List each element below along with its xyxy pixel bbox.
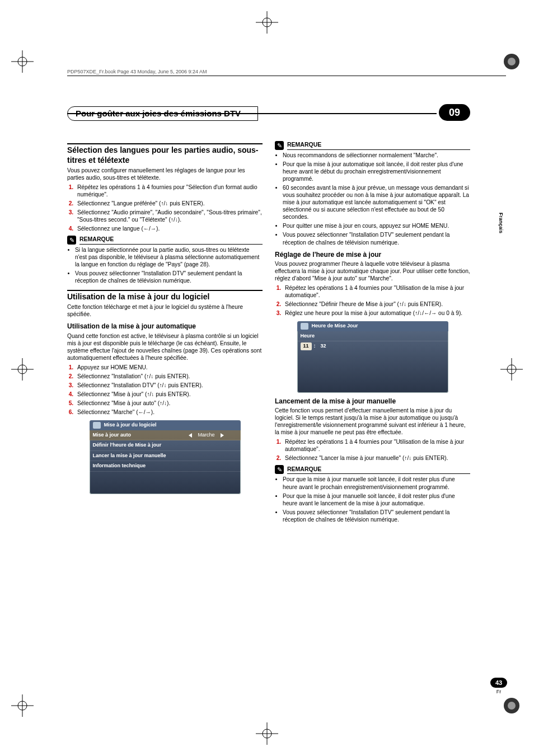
- subsection-title: Réglage de l'heure de mise à jour: [275, 251, 470, 259]
- panel-title: Mise à jour du logiciel: [90, 420, 241, 430]
- page-footer: 43 Fr: [490, 678, 507, 694]
- section-intro: Vous pouvez configurer manuellement les …: [67, 167, 263, 181]
- note-header: ✎ REMARQUE: [67, 236, 263, 245]
- subsection-title: Utilisation de la mise à jour automatiqu…: [67, 322, 263, 331]
- ui-panel-update-time: Heure de Mise Jour Heure 11 : 32: [297, 321, 448, 393]
- crop-mark-icon: [11, 694, 34, 717]
- steps-list: Répétez les opérations 1 à 4 fournies po…: [67, 184, 263, 232]
- crop-mark-icon: [11, 358, 34, 381]
- steps-list: Appuyez sur HOME MENU. Sélectionnez "Ins…: [67, 364, 263, 416]
- time-input[interactable]: 11 : 32: [297, 341, 448, 354]
- note-title: REMARQUE: [287, 466, 470, 474]
- note-list: Pour que la mise à jour manuelle soit la…: [275, 476, 470, 523]
- chapter-bar: Pour goûter aux joies des émissions DTV …: [67, 106, 470, 121]
- note-list: Nous recommandons de sélectionner normal…: [275, 152, 470, 246]
- subsection-intro: Quand cette fonction est active, le télé…: [67, 332, 263, 361]
- section-title: Sélection des langues pour les parties a…: [67, 145, 263, 166]
- panel-row-tech-info[interactable]: Information technique: [90, 461, 241, 472]
- caret-right-icon[interactable]: [221, 433, 224, 438]
- chapter-number-badge: 09: [439, 104, 470, 121]
- pencil-icon: ✎: [275, 141, 284, 150]
- subsection-title: Lancement de la mise à jour manuelle: [275, 397, 470, 406]
- crop-mark-icon: [256, 11, 278, 34]
- panel-row-manual-start[interactable]: Lancer la mise à jour manuelle: [90, 451, 241, 462]
- panel-row-set-time[interactable]: Définir l'heure de Mise à jour: [90, 440, 241, 451]
- crop-mark-icon: [500, 358, 523, 381]
- steps-list: Répétez les opérations 1 à 4 fournies po…: [275, 284, 470, 317]
- note-title: REMARQUE: [287, 141, 470, 149]
- note-list: Si la langue sélectionnée pour la partie…: [67, 246, 263, 284]
- language-side-label: Français: [498, 213, 504, 233]
- svg-point-15: [508, 702, 516, 710]
- ui-panel-software-update: Mise à jour du logiciel Mise à jour auto…: [90, 420, 241, 494]
- note-title: REMARQUE: [79, 236, 263, 244]
- panel-row-heure: Heure: [297, 331, 448, 342]
- right-column: ✎ REMARQUE Nous recommandons de sélectio…: [275, 138, 470, 527]
- panel-row-value: Marche: [198, 432, 214, 439]
- subsection-intro: Cette fonction vous permet d'effectuer m…: [275, 407, 470, 436]
- crop-mark-icon: [11, 50, 34, 73]
- crop-mark-icon: [500, 694, 523, 717]
- panel-title: Heure de Mise Jour: [297, 321, 448, 331]
- page-number-badge: 43: [490, 678, 507, 688]
- chapter-title: Pour goûter aux joies des émissions DTV: [67, 106, 258, 121]
- running-header-text: PDP507XDE_Fr.book Page 43 Monday, June 5…: [67, 69, 207, 74]
- pencil-icon: ✎: [275, 465, 284, 474]
- running-header: PDP507XDE_Fr.book Page 43 Monday, June 5…: [67, 69, 506, 76]
- note-header: ✎ REMARQUE: [275, 141, 470, 150]
- crop-mark-icon: [256, 722, 278, 745]
- svg-point-4: [508, 58, 516, 65]
- note-header: ✎ REMARQUE: [275, 465, 470, 474]
- hours-field[interactable]: 11: [301, 342, 312, 350]
- left-column: Sélection des langues pour les parties a…: [67, 138, 263, 527]
- subsection-intro: Vous pouvez programmer l'heure à laquell…: [275, 260, 470, 282]
- panel-row-auto-update[interactable]: Mise à jour auto Marche: [90, 430, 241, 441]
- caret-left-icon[interactable]: [189, 433, 192, 438]
- section-intro: Cette fonction télécharge et met à jour …: [67, 303, 263, 318]
- steps-list: Répétez les opérations 1 à 4 fournies po…: [275, 438, 470, 462]
- minutes-field[interactable]: 32: [318, 342, 329, 350]
- section-title: Utilisation de la mise à jour du logicie…: [67, 292, 263, 302]
- page-lang: Fr: [490, 689, 507, 694]
- pencil-icon: ✎: [67, 236, 76, 245]
